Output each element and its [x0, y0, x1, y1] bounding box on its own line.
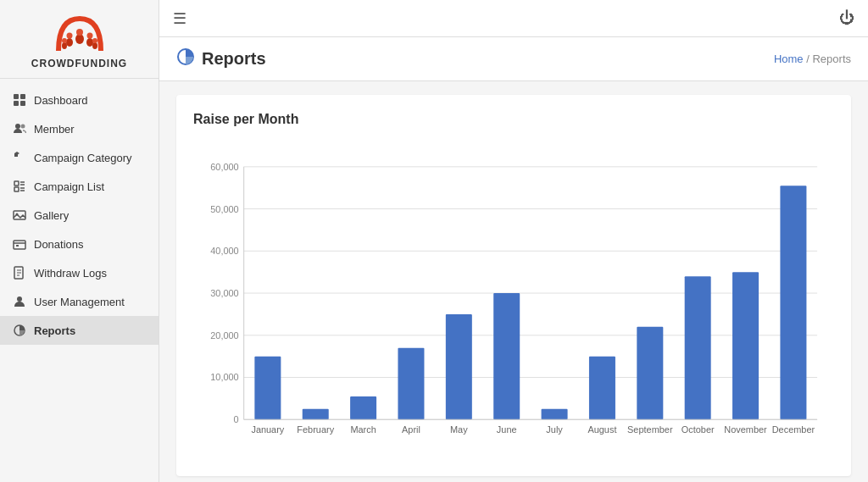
topbar-right: ⏻	[839, 9, 854, 27]
svg-rect-11	[20, 94, 25, 99]
campaign-list-icon	[12, 179, 27, 194]
svg-text:May: May	[450, 424, 468, 435]
svg-text:July: July	[546, 424, 563, 435]
breadcrumb: Home / Reports	[774, 53, 851, 65]
sidebar-label-donations: Donations	[34, 238, 84, 251]
svg-text:0: 0	[234, 414, 239, 424]
svg-rect-69	[732, 272, 759, 419]
member-icon	[12, 121, 27, 136]
sidebar-item-gallery[interactable]: Gallery	[0, 201, 159, 230]
svg-text:60,000: 60,000	[210, 162, 238, 172]
svg-text:40,000: 40,000	[210, 246, 238, 256]
svg-rect-53	[350, 396, 376, 419]
sidebar-label-campaign-category: Campaign Category	[34, 152, 132, 164]
sidebar-item-member[interactable]: Member	[0, 114, 159, 143]
breadcrumb-separator: /	[806, 53, 810, 65]
page-title: Reports	[202, 49, 266, 69]
svg-text:December: December	[772, 424, 815, 435]
svg-point-7	[86, 33, 92, 39]
svg-point-14	[15, 124, 20, 129]
breadcrumb-home[interactable]: Home	[774, 53, 804, 65]
gallery-icon	[12, 208, 27, 223]
sidebar-item-withdraw-logs[interactable]: Withdraw Logs	[0, 258, 159, 287]
svg-rect-25	[14, 241, 25, 249]
svg-point-5	[66, 33, 72, 39]
svg-point-8	[62, 38, 67, 43]
logo-area: CROWDFUNDING	[0, 0, 159, 79]
sidebar-item-reports[interactable]: Reports	[0, 316, 159, 345]
chart-card: Raise per Month 010,00020,00030,00040,00…	[176, 95, 851, 476]
svg-rect-71	[780, 186, 806, 419]
svg-point-6	[76, 29, 83, 36]
svg-rect-59	[493, 293, 520, 419]
svg-rect-65	[637, 327, 663, 419]
sidebar-item-user-management[interactable]: User Management	[0, 287, 159, 316]
svg-rect-10	[14, 94, 19, 99]
svg-point-32	[17, 296, 22, 302]
sidebar: CROWDFUNDING Dashboard Member Campaign C…	[0, 0, 159, 482]
logo-icon	[54, 10, 105, 54]
sidebar-item-donations[interactable]: Donations	[0, 230, 159, 258]
sidebar-item-campaign-list[interactable]: Campaign List	[0, 172, 159, 201]
breadcrumb-current: Reports	[812, 53, 851, 65]
logout-button[interactable]: ⏻	[839, 9, 854, 27]
sidebar-label-campaign-list: Campaign List	[34, 180, 104, 193]
svg-rect-13	[20, 101, 25, 106]
svg-rect-17	[14, 181, 19, 186]
svg-text:October: October	[682, 424, 715, 435]
svg-point-15	[21, 125, 25, 129]
svg-text:January: January	[251, 424, 284, 435]
dashboard-icon	[12, 92, 27, 108]
svg-rect-20	[14, 187, 19, 191]
nav-menu: Dashboard Member Campaign Category Campa…	[0, 79, 159, 482]
main-content: ☰ ⏻ Reports Home / Reports Raise per Mon…	[159, 0, 868, 482]
svg-rect-55	[398, 348, 424, 420]
svg-rect-61	[542, 409, 568, 419]
brand-name: CROWDFUNDING	[31, 58, 127, 69]
svg-rect-27	[16, 245, 19, 247]
topbar: ☰ ⏻	[159, 0, 868, 37]
svg-text:September: September	[627, 424, 673, 435]
page-header: Reports Home / Reports	[159, 37, 868, 81]
svg-text:March: March	[350, 424, 376, 435]
campaign-category-icon	[12, 150, 27, 165]
sidebar-label-member: Member	[34, 123, 75, 136]
user-management-icon	[12, 294, 27, 309]
svg-rect-51	[303, 409, 329, 419]
sidebar-label-gallery: Gallery	[34, 209, 69, 222]
bar-chart: 010,00020,00030,00040,00050,00060,000Jan…	[193, 141, 834, 463]
svg-text:November: November	[724, 424, 767, 435]
svg-point-2	[86, 38, 93, 47]
page-title-area: Reports	[176, 47, 266, 70]
withdraw-logs-icon	[12, 265, 27, 280]
menu-toggle-button[interactable]: ☰	[173, 9, 186, 28]
sidebar-label-dashboard: Dashboard	[34, 94, 88, 107]
svg-rect-67	[685, 276, 711, 419]
sidebar-label-user-management: User Management	[34, 296, 125, 308]
sidebar-label-withdraw-logs: Withdraw Logs	[34, 267, 107, 280]
svg-point-4	[92, 42, 97, 49]
content-area: Raise per Month 010,00020,00030,00040,00…	[159, 81, 868, 482]
donations-icon	[12, 236, 27, 252]
svg-rect-63	[589, 357, 615, 420]
svg-rect-49	[254, 357, 281, 420]
svg-text:June: June	[497, 424, 517, 435]
svg-text:20,000: 20,000	[210, 330, 238, 341]
sidebar-item-dashboard[interactable]: Dashboard	[0, 86, 159, 114]
svg-point-9	[92, 38, 97, 43]
reports-icon	[12, 323, 27, 338]
svg-text:30,000: 30,000	[210, 288, 238, 298]
sidebar-label-reports: Reports	[34, 324, 75, 337]
svg-text:August: August	[587, 424, 616, 435]
svg-text:10,000: 10,000	[210, 373, 238, 383]
sidebar-item-campaign-category[interactable]: Campaign Category	[0, 143, 159, 172]
svg-text:February: February	[297, 424, 334, 435]
chart-title: Raise per Month	[193, 112, 834, 127]
svg-rect-57	[446, 314, 472, 419]
svg-point-0	[66, 38, 73, 47]
reports-icon	[176, 47, 195, 70]
chart-container: 010,00020,00030,00040,00050,00060,000Jan…	[193, 141, 834, 463]
svg-text:50,000: 50,000	[210, 204, 238, 214]
svg-point-3	[62, 42, 67, 49]
svg-text:April: April	[402, 424, 420, 435]
